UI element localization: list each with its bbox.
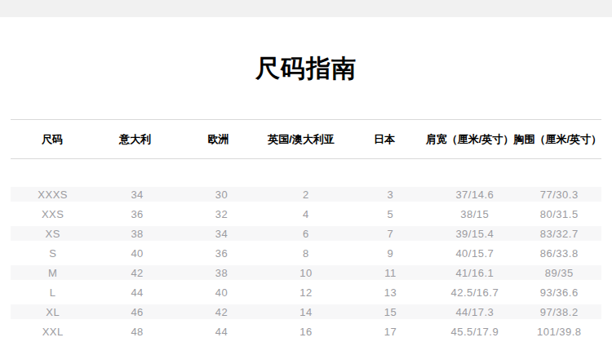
table-cell: 38/15 [432, 208, 517, 220]
table-row: XXL4844161745.5/17.9101/39.8 [11, 322, 601, 341]
header-cell: 意大利 [94, 132, 177, 147]
table-cell: L [11, 286, 95, 299]
table-cell: 44 [180, 326, 264, 338]
table-cell: 48 [95, 326, 179, 338]
top-band [0, 0, 612, 17]
table-cell: 42 [180, 306, 264, 318]
table-cell: 34 [180, 228, 264, 240]
table-cell: 86/33.8 [517, 247, 601, 260]
table-cell: M [11, 267, 95, 279]
table-cell: 42 [95, 267, 179, 279]
header-cell: 尺码 [11, 132, 94, 147]
header-cell: 肩宽（厘米/英寸） [426, 132, 514, 147]
table-cell: 45.5/17.9 [432, 326, 517, 338]
table-cell: 42.5/16.7 [432, 286, 517, 299]
table-cell: 15 [348, 306, 432, 318]
table-cell: 5 [348, 208, 432, 220]
table-cell: 46 [95, 306, 179, 318]
table-row: XS38346739/15.483/32.7 [11, 224, 601, 243]
header-cell: 英国/澳大利亚 [259, 132, 343, 147]
table-cell: S [11, 247, 95, 260]
table-cell: 11 [348, 267, 432, 279]
table-row: XXXS34302337/14.677/30.3 [11, 184, 601, 204]
table-cell: 101/39.8 [517, 326, 601, 338]
header-cell: 胸围（厘米/英寸） [513, 132, 601, 147]
table-cell: 13 [348, 286, 432, 299]
table-row: L4440121342.5/16.793/36.6 [11, 282, 601, 302]
table-cell: 9 [348, 247, 432, 260]
table-row: M4238101141/16.189/35 [11, 263, 601, 282]
table-cell: XL [11, 306, 95, 318]
table-cell: 41/16.1 [432, 267, 517, 279]
table-cell: 38 [95, 228, 179, 240]
table-cell: XXL [11, 326, 95, 338]
table-cell: 14 [264, 306, 348, 318]
table-cell: 77/30.3 [517, 189, 601, 201]
table-cell: 83/32.7 [517, 228, 601, 240]
table-cell: 36 [180, 247, 264, 260]
table-cell: 44 [95, 286, 179, 299]
table-cell: 12 [264, 286, 348, 299]
table-cell: 38 [180, 267, 264, 279]
table-cell: 36 [95, 208, 179, 220]
table-header-row: 尺码意大利欧洲英国/澳大利亚日本肩宽（厘米/英寸）胸围（厘米/英寸） [11, 119, 601, 159]
table-cell: XXXS [11, 189, 95, 201]
table-cell: 40 [95, 247, 179, 260]
table-row: XL4642141544/17.397/38.2 [11, 302, 601, 322]
table-cell: XS [11, 228, 95, 240]
size-guide-table: 尺码意大利欧洲英国/澳大利亚日本肩宽（厘米/英寸）胸围（厘米/英寸） XXXS3… [11, 119, 601, 341]
table-cell: 8 [264, 247, 348, 260]
table-cell: 37/14.6 [432, 189, 517, 201]
table-cell: 30 [180, 189, 264, 201]
table-cell: 39/15.4 [432, 228, 517, 240]
table-row: S40368940/15.786/33.8 [11, 243, 601, 263]
header-cell: 日本 [343, 132, 426, 147]
table-cell: 44/17.3 [432, 306, 517, 318]
page-title: 尺码指南 [0, 54, 612, 83]
table-row: XXS36324538/1580/31.5 [11, 204, 601, 224]
table-cell: 80/31.5 [517, 208, 601, 220]
table-cell: 40/15.7 [432, 247, 517, 260]
table-cell: 7 [348, 228, 432, 240]
table-cell: 97/38.2 [517, 306, 601, 318]
table-cell: 16 [264, 326, 348, 338]
table-cell: 3 [348, 189, 432, 201]
table-cell: 10 [264, 267, 348, 279]
table-cell: 93/36.6 [517, 286, 601, 299]
table-cell: 6 [264, 228, 348, 240]
table-cell: 32 [180, 208, 264, 220]
table-cell: 34 [95, 189, 179, 201]
table-cell: 17 [348, 326, 432, 338]
table-body: XXXS34302337/14.677/30.3XXS36324538/1580… [11, 184, 601, 341]
table-cell: 89/35 [517, 267, 601, 279]
table-cell: 40 [180, 286, 264, 299]
header-cell: 欧洲 [177, 132, 260, 147]
table-cell: 2 [264, 189, 348, 201]
table-cell: 4 [264, 208, 348, 220]
table-cell: XXS [11, 208, 95, 220]
